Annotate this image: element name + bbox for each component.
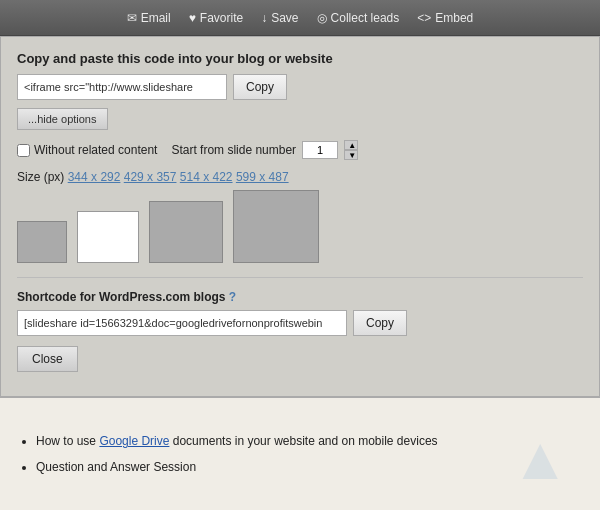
heart-icon: ♥ bbox=[189, 11, 196, 25]
size-514[interactable]: 514 x 422 bbox=[180, 170, 233, 184]
shortcode-row: Copy bbox=[17, 310, 583, 336]
embed-icon: <> bbox=[417, 11, 431, 25]
google-drive-link[interactable]: Google Drive bbox=[99, 434, 169, 448]
toolbar-embed-label: Embed bbox=[435, 11, 473, 25]
size-429[interactable]: 429 x 357 bbox=[124, 170, 177, 184]
toolbar-embed[interactable]: <> Embed bbox=[417, 11, 473, 25]
email-icon: ✉ bbox=[127, 11, 137, 25]
toolbar-favorite-label: Favorite bbox=[200, 11, 243, 25]
size-599[interactable]: 599 x 487 bbox=[236, 170, 289, 184]
size-label: Size (px) 344 x 292 429 x 357 514 x 422 … bbox=[17, 170, 583, 184]
toolbar-email-label: Email bbox=[141, 11, 171, 25]
toolbar-favorite[interactable]: ♥ Favorite bbox=[189, 11, 243, 25]
options-row: Without related content Start from slide… bbox=[17, 140, 583, 160]
size-box-599 bbox=[233, 190, 319, 263]
size-option-429[interactable] bbox=[77, 211, 139, 263]
toolbar-email[interactable]: ✉ Email bbox=[127, 11, 171, 25]
shortcode-help[interactable]: ? bbox=[229, 290, 236, 304]
embed-code-input[interactable] bbox=[17, 74, 227, 100]
toolbar-save[interactable]: ↓ Save bbox=[261, 11, 298, 25]
size-option-514[interactable] bbox=[149, 201, 223, 263]
size-row: Size (px) 344 x 292 429 x 357 514 x 422 … bbox=[17, 170, 583, 263]
shortcode-section: Shortcode for WordPress.com blogs ? Copy… bbox=[17, 277, 583, 372]
embed-code-row: Copy bbox=[17, 74, 583, 100]
shortcode-input[interactable] bbox=[17, 310, 347, 336]
slide-number-spinner: ▲ ▼ bbox=[344, 140, 358, 160]
slide-number-input[interactable] bbox=[302, 141, 338, 159]
without-related-checkbox[interactable] bbox=[17, 144, 30, 157]
start-slide-row: Start from slide number ▲ ▼ bbox=[171, 140, 358, 160]
size-boxes bbox=[17, 190, 583, 263]
embed-panel-title: Copy and paste this code into your blog … bbox=[17, 51, 583, 66]
toolbar-save-label: Save bbox=[271, 11, 298, 25]
size-344[interactable]: 344 x 292 bbox=[68, 170, 121, 184]
slide-bullet-2: Question and Answer Session bbox=[36, 458, 580, 477]
embed-panel: Copy and paste this code into your blog … bbox=[0, 36, 600, 397]
shortcode-copy-button[interactable]: Copy bbox=[353, 310, 407, 336]
size-option-344[interactable] bbox=[17, 221, 67, 263]
slide-area: ▲ How to use Google Drive documents in y… bbox=[0, 397, 600, 510]
without-related-label[interactable]: Without related content bbox=[17, 143, 157, 157]
spinner-up[interactable]: ▲ bbox=[344, 140, 358, 150]
size-box-514 bbox=[149, 201, 223, 263]
shortcode-title: Shortcode for WordPress.com blogs ? bbox=[17, 290, 583, 304]
slide-bullet-1: How to use Google Drive documents in you… bbox=[36, 432, 580, 451]
size-option-599[interactable] bbox=[233, 190, 319, 263]
save-icon: ↓ bbox=[261, 11, 267, 25]
slide-content: How to use Google Drive documents in you… bbox=[20, 432, 580, 482]
collect-leads-icon: ◎ bbox=[317, 11, 327, 25]
embed-copy-button[interactable]: Copy bbox=[233, 74, 287, 100]
hide-options-button[interactable]: ...hide options bbox=[17, 108, 108, 130]
toolbar-collect-leads-label: Collect leads bbox=[331, 11, 400, 25]
spinner-down[interactable]: ▼ bbox=[344, 150, 358, 160]
size-box-344 bbox=[17, 221, 67, 263]
close-button[interactable]: Close bbox=[17, 346, 78, 372]
toolbar-collect-leads[interactable]: ◎ Collect leads bbox=[317, 11, 400, 25]
size-box-429 bbox=[77, 211, 139, 263]
top-toolbar: ✉ Email ♥ Favorite ↓ Save ◎ Collect lead… bbox=[0, 0, 600, 36]
